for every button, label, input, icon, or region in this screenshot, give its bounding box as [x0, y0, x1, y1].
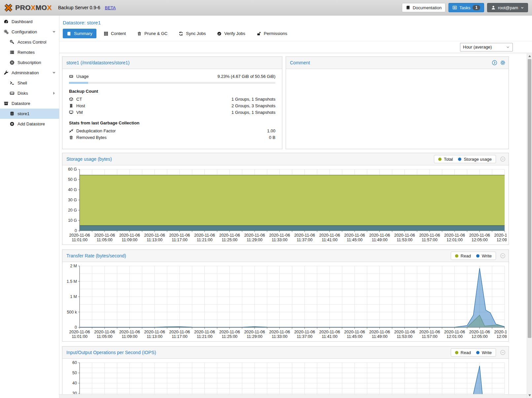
- svg-text:0: 0: [75, 325, 77, 330]
- svg-text:2020-11-06: 2020-11-06: [169, 233, 190, 238]
- tab-sync-jobs[interactable]: Sync Jobs: [175, 29, 210, 38]
- sidebar-item-disks[interactable]: Disks: [0, 88, 59, 98]
- chart-title: Input/Output Operations per Second (IOPS…: [66, 350, 156, 355]
- legend-item-read[interactable]: Read: [455, 253, 471, 258]
- wrench-icon: [4, 70, 9, 75]
- svg-text:2020-11-06: 2020-11-06: [69, 233, 90, 238]
- sidebar-item-shell[interactable]: Shell: [0, 78, 59, 88]
- svg-text:11:21:00: 11:21:00: [197, 334, 213, 339]
- tasks-button[interactable]: Tasks 1: [448, 3, 484, 12]
- horizontal-scrollbar[interactable]: [59, 394, 527, 398]
- tab-permissions[interactable]: Permissions: [253, 29, 291, 38]
- legend-item-write[interactable]: Write: [476, 350, 492, 355]
- sidebar-item-store1[interactable]: store1: [0, 109, 59, 119]
- stat-row: CT1 Groups, 1 Snapshots: [69, 96, 275, 102]
- svg-text:2020-11-06: 2020-11-06: [169, 330, 190, 334]
- vertical-scrollbar-thumb[interactable]: [528, 59, 531, 338]
- disks-icon: [10, 91, 15, 96]
- trash-icon: [137, 31, 142, 36]
- caret-right-icon[interactable]: [52, 91, 56, 96]
- collapse-panel-button[interactable]: [500, 156, 506, 162]
- sidebar-item-datastore[interactable]: Datastore: [0, 98, 59, 109]
- caret-down-icon[interactable]: [52, 29, 56, 34]
- stat-row: Removed Bytes0 B: [69, 134, 275, 141]
- chart-legend: ReadWrite: [451, 252, 496, 260]
- legend-item-write[interactable]: Write: [476, 253, 492, 258]
- legend-item-total[interactable]: Total: [438, 157, 453, 162]
- svg-text:2020-11-06: 2020-11-06: [194, 233, 215, 238]
- sidebar-item-add-datastore[interactable]: Add Datastore: [0, 119, 59, 129]
- stat-row: Deduplication Factor1.00: [69, 127, 275, 134]
- caret-down-icon[interactable]: [52, 70, 56, 75]
- svg-text:2020-11-06: 2020-11-06: [369, 233, 390, 238]
- svg-text:11:49:00: 11:49:00: [372, 334, 388, 339]
- range-select[interactable]: Hour (average): [460, 43, 513, 51]
- svg-text:2020-11-06: 2020-11-06: [444, 233, 465, 238]
- collapse-panel-button[interactable]: [500, 350, 506, 355]
- svg-text:12:09:00: 12:09:00: [497, 334, 507, 339]
- svg-text:2020-11-06: 2020-11-06: [94, 233, 115, 238]
- compress-icon: [69, 129, 73, 133]
- scroll-up-arrow-icon[interactable]: [528, 55, 531, 57]
- beta-link[interactable]: BETA: [105, 5, 116, 10]
- legend-dot: [455, 351, 458, 354]
- user-menu-button[interactable]: root@pam: [487, 3, 528, 12]
- legend-item-read[interactable]: Read: [455, 350, 471, 355]
- sidebar-item-configuration[interactable]: Configuration: [0, 27, 59, 37]
- usage-value: 9.23% (4.67 GiB of 50.56 GiB): [217, 74, 275, 79]
- chart-header: Storage usage (bytes)TotalStorage usage: [62, 153, 509, 165]
- svg-text:11:45:00: 11:45:00: [347, 334, 363, 339]
- tab-content[interactable]: Content: [100, 29, 130, 38]
- legend-item-storage-usage[interactable]: Storage usage: [458, 157, 492, 162]
- sidebar-item-dashboard[interactable]: Dashboard: [0, 17, 59, 27]
- svg-text:11:45:00: 11:45:00: [347, 238, 363, 242]
- svg-text:2020-11-06: 2020-11-06: [469, 330, 490, 334]
- svg-text:2020-11-06: 2020-11-06: [244, 233, 265, 238]
- chart-panel-input-output-operations-per-second-iops: Input/Output Operations per Second (IOPS…: [62, 346, 509, 394]
- documentation-button[interactable]: Documentation: [402, 3, 445, 12]
- backup-count-rows: CT1 Groups, 1 SnapshotsHost2 Groups, 3 S…: [69, 96, 275, 116]
- sidebar-item-label: Administration: [12, 70, 39, 75]
- svg-text:12:09:00: 12:09:00: [497, 238, 507, 242]
- sidebar-item-access-control[interactable]: Access Control: [0, 37, 59, 47]
- svg-text:11:49:00: 11:49:00: [372, 238, 388, 242]
- svg-text:60: 60: [72, 360, 77, 365]
- chart-title: Storage usage (bytes): [66, 156, 112, 162]
- svg-text:11:13:00: 11:13:00: [147, 334, 162, 339]
- key-icon: [10, 40, 15, 45]
- expand-circle-chevron-button[interactable]: [492, 60, 497, 66]
- svg-text:11:17:00: 11:17:00: [172, 238, 188, 242]
- sidebar-item-remotes[interactable]: Remotes: [0, 47, 59, 57]
- legend-label: Write: [482, 350, 492, 355]
- tab-summary[interactable]: Summary: [63, 29, 96, 38]
- chart-svg: 01020304050602020-11-0611:01:002020-11-0…: [65, 359, 507, 394]
- vertical-scrollbar[interactable]: [527, 53, 532, 398]
- svg-text:2020-11-06: 2020-11-06: [144, 330, 165, 334]
- summary-row: store1 (/mnt/datastores/store1) Usage 9.…: [62, 56, 509, 149]
- svg-text:11:17:00: 11:17:00: [172, 334, 188, 339]
- tab-prune-gc[interactable]: Prune & GC: [133, 29, 171, 38]
- tab-verify-jobs[interactable]: Verify Jobs: [213, 29, 249, 38]
- desktop-icon: [69, 110, 73, 115]
- legend-label: Storage usage: [464, 157, 492, 162]
- sidebar-item-subscription[interactable]: Subscription: [0, 57, 59, 68]
- svg-text:2 M: 2 M: [70, 264, 77, 268]
- svg-text:2020-11-06: 2020-11-06: [319, 233, 340, 238]
- usage-progress-bar: [69, 82, 275, 84]
- chart-panel-storage-usage-bytes: Storage usage (bytes)TotalStorage usage0…: [62, 153, 509, 245]
- sidebar-item-label: Add Datastore: [18, 121, 45, 126]
- gear-icon[interactable]: [500, 60, 506, 66]
- svg-text:11:29:00: 11:29:00: [247, 334, 263, 339]
- sidebar-item-administration[interactable]: Administration: [0, 68, 59, 78]
- gc-stats-rows: Deduplication Factor1.00Removed Bytes0 B: [69, 127, 275, 141]
- comment-panel-title: Comment: [290, 60, 310, 65]
- scroll-down-arrow-icon[interactable]: [528, 394, 531, 396]
- collapse-panel-button[interactable]: [500, 253, 506, 259]
- svg-text:11:37:00: 11:37:00: [297, 238, 313, 242]
- svg-text:10 G: 10 G: [68, 218, 77, 223]
- sidebar-item-label: Disks: [18, 91, 28, 96]
- svg-text:2020-11-06: 2020-11-06: [119, 233, 140, 238]
- svg-text:11:21:00: 11:21:00: [197, 238, 213, 242]
- svg-text:0: 0: [75, 228, 77, 233]
- datastore-summary-panel: store1 (/mnt/datastores/store1) Usage 9.…: [62, 56, 282, 149]
